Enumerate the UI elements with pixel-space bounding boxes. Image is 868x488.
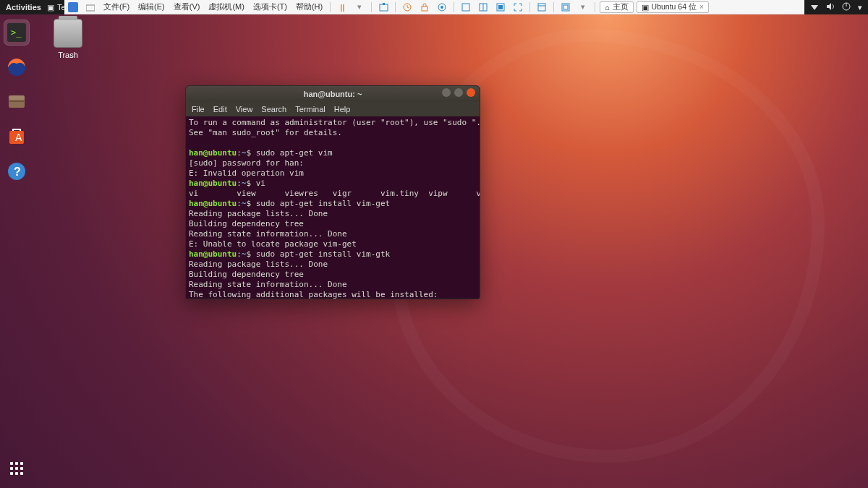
svg-rect-3 (383, 3, 385, 5)
window-maximize-button[interactable] (454, 88, 463, 97)
terminal-window[interactable]: han@ubuntu: ~ File Edit View Search Term… (185, 85, 480, 299)
menu-help[interactable]: 帮助(H) (296, 1, 323, 12)
monitor-icon: ▣ (642, 3, 649, 12)
tab-home[interactable]: ⌂ 主页 (600, 1, 633, 13)
view-single-icon[interactable] (460, 1, 472, 13)
term-menu-help[interactable]: Help (334, 105, 351, 114)
separator (330, 2, 331, 12)
tool-record-icon[interactable] (436, 1, 448, 13)
activities-button[interactable]: Activities (0, 3, 47, 12)
gnome-top-bar: Activities ▣ Ter (0, 0, 64, 14)
tool-lock-icon[interactable] (419, 1, 430, 13)
svg-rect-12 (498, 5, 503, 9)
svg-rect-2 (380, 4, 388, 11)
home-icon: ⌂ (605, 3, 609, 12)
separator (553, 2, 554, 12)
dock-terminal[interactable]: >_ (4, 20, 29, 45)
separator (371, 2, 372, 12)
window-close-button[interactable] (467, 88, 475, 97)
separator (454, 2, 454, 12)
desktop: >_ A ? Trash han@ubuntu: ~ (0, 14, 868, 488)
tab-vm[interactable]: ▣ Ubuntu 64 位 × (637, 1, 709, 13)
tool-clock-icon[interactable] (401, 1, 413, 13)
menu-vm[interactable]: 虚拟机(M) (208, 1, 244, 12)
vm-tab-icon[interactable] (85, 1, 96, 13)
separator (529, 2, 530, 12)
dock-firefox[interactable] (4, 55, 29, 80)
svg-text:>_: >_ (11, 27, 22, 38)
system-indicators[interactable]: ▾ (804, 0, 868, 14)
vm-app-icon (67, 1, 79, 13)
trash-label: Trash (46, 51, 90, 59)
dock-files[interactable] (4, 90, 29, 114)
svg-rect-0 (68, 2, 78, 12)
term-menu-view[interactable]: View (236, 105, 253, 114)
dropdown-icon[interactable]: ▾ (354, 1, 365, 13)
menu-edit[interactable]: 编辑(E) (138, 1, 165, 12)
svg-rect-1 (86, 5, 95, 11)
snapshot-icon[interactable] (378, 1, 389, 13)
chevron-down-icon[interactable]: ▾ (858, 3, 862, 12)
separator (395, 2, 396, 12)
svg-rect-13 (538, 4, 545, 11)
dock-software[interactable]: A (4, 124, 29, 149)
terminal-body[interactable]: To run a command as administrator (user … (186, 116, 480, 299)
window-minimize-button[interactable] (442, 88, 451, 97)
terminal-title-text: han@ubuntu: ~ (304, 90, 362, 98)
view-unity-icon[interactable] (495, 1, 506, 13)
terminal-icon: ▣ (47, 3, 54, 12)
separator (595, 2, 595, 12)
dropdown-icon[interactable]: ▾ (577, 1, 589, 13)
view-split-icon[interactable] (477, 1, 489, 13)
svg-rect-5 (422, 7, 427, 11)
desktop-trash[interactable]: Trash (46, 19, 90, 59)
trash-icon (54, 19, 82, 48)
term-menu-search[interactable]: Search (261, 105, 286, 114)
term-menu-edit[interactable]: Edit (213, 105, 227, 114)
view-fullscreen-icon[interactable] (512, 1, 524, 13)
volume-icon[interactable] (826, 2, 835, 12)
pause-icon[interactable]: || (336, 1, 348, 13)
menu-tabs[interactable]: 选项卡(T) (253, 1, 287, 12)
terminal-menubar: File Edit View Search Terminal Help (186, 102, 480, 116)
svg-rect-8 (462, 4, 469, 11)
terminal-titlebar[interactable]: han@ubuntu: ~ (186, 86, 480, 102)
network-icon[interactable] (810, 2, 819, 12)
svg-rect-27 (9, 100, 24, 102)
power-icon[interactable] (842, 2, 851, 12)
svg-point-7 (441, 6, 443, 9)
svg-rect-16 (563, 5, 568, 9)
svg-text:A: A (15, 132, 22, 143)
svg-text:?: ? (14, 166, 21, 178)
term-menu-file[interactable]: File (192, 105, 205, 114)
dock-help[interactable]: ? (4, 159, 29, 184)
term-menu-terminal[interactable]: Terminal (295, 105, 326, 114)
close-icon[interactable]: × (699, 3, 704, 11)
show-applications-button[interactable] (4, 456, 29, 481)
svg-rect-26 (9, 95, 25, 100)
vm-menubar: 文件(F) 编辑(E) 查看(V) 虚拟机(M) 选项卡(T) 帮助(H) ||… (64, 0, 868, 14)
menu-view[interactable]: 查看(V) (174, 1, 200, 12)
menu-file[interactable]: 文件(F) (103, 1, 129, 12)
running-app-indicator[interactable]: ▣ Ter (47, 3, 68, 12)
view-console-icon[interactable] (536, 1, 548, 13)
view-library-icon[interactable] (560, 1, 571, 13)
dock: >_ A ? (0, 16, 33, 488)
